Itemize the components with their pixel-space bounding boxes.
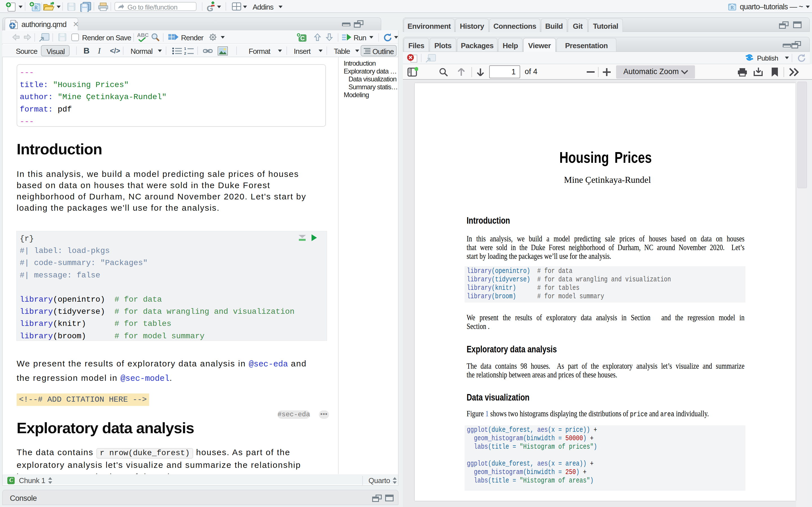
svg-text:1: 1 xyxy=(184,47,186,51)
svg-text:C: C xyxy=(300,35,305,42)
svg-text:R: R xyxy=(35,5,38,10)
svg-text:R: R xyxy=(731,5,734,10)
svg-text:2: 2 xyxy=(184,51,186,55)
